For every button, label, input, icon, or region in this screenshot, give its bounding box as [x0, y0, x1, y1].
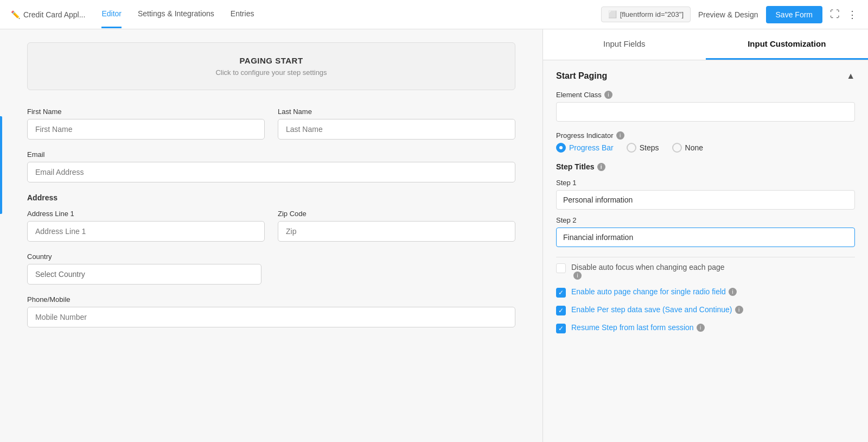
step-titles-label: Step Titles i: [556, 162, 855, 171]
expand-icon[interactable]: ⛶: [830, 9, 840, 20]
right-content: Start Paging ▲ Element Class i Progress …: [543, 60, 868, 442]
phone-group: Phone/Mobile: [27, 295, 515, 327]
step-titles-info-icon[interactable]: i: [597, 163, 605, 171]
more-options-icon[interactable]: ⋮: [847, 9, 857, 21]
main-layout: PAGING START Click to configure your ste…: [0, 29, 868, 442]
zip-group: Zip Code: [278, 210, 515, 242]
radio-progress-bar[interactable]: Progress Bar: [556, 143, 614, 153]
progress-indicator-radio-group: Progress Bar Steps None: [556, 143, 855, 153]
left-panel: PAGING START Click to configure your ste…: [0, 29, 542, 442]
disable-autofocus-info-icon[interactable]: i: [573, 271, 582, 280]
tab-editor[interactable]: Editor: [101, 1, 122, 28]
shortcode-icon: ⬜: [608, 10, 617, 18]
email-group: Email: [27, 150, 515, 182]
radio-progress-bar-circle: [556, 143, 566, 153]
preview-design-button[interactable]: Preview & Design: [698, 10, 758, 19]
progress-indicator-info-icon[interactable]: i: [616, 131, 624, 140]
address-row: Address Line 1 Zip Code: [27, 210, 515, 242]
country-group: Country Select Country: [27, 252, 261, 285]
enable-per-step-option[interactable]: Enable Per step data save (Save and Cont…: [556, 305, 855, 315]
enable-auto-page-checkbox[interactable]: [556, 288, 566, 298]
left-blue-bar: [0, 116, 2, 214]
radio-progress-bar-label: Progress Bar: [569, 143, 614, 152]
address-line1-group: Address Line 1: [27, 210, 265, 242]
email-input[interactable]: [27, 162, 515, 182]
tab-input-fields[interactable]: Input Fields: [543, 29, 706, 60]
top-nav: ✏️ Credit Card Appl... Editor Settings &…: [0, 0, 868, 29]
form-title-text: Credit Card Appl...: [23, 10, 85, 19]
right-panel: Input Fields Input Customization Start P…: [542, 29, 868, 442]
resume-step-option[interactable]: Resume Step from last form session i: [556, 323, 855, 333]
tab-input-customization[interactable]: Input Customization: [706, 29, 869, 60]
zip-input[interactable]: [278, 221, 515, 242]
tab-entries[interactable]: Entries: [231, 1, 254, 28]
enable-per-step-info-icon[interactable]: i: [735, 306, 743, 314]
radio-none-circle: [672, 143, 682, 153]
shortcode-box[interactable]: ⬜ [fluentform id="203"]: [601, 7, 691, 22]
enable-per-step-checkbox[interactable]: [556, 306, 566, 315]
disable-autofocus-checkbox[interactable]: [556, 263, 566, 273]
last-name-label: Last Name: [278, 108, 515, 116]
last-name-input[interactable]: [278, 119, 515, 140]
radio-steps-circle: [627, 143, 636, 153]
step2-input[interactable]: [556, 228, 855, 247]
start-paging-title: Start Paging: [556, 71, 607, 81]
divider: [556, 257, 855, 257]
phone-label: Phone/Mobile: [27, 295, 515, 304]
disable-autofocus-option[interactable]: Disable auto focus when changing each pa…: [556, 263, 855, 280]
country-select[interactable]: Select Country: [27, 264, 261, 285]
paging-start-box[interactable]: PAGING START Click to configure your ste…: [27, 42, 515, 90]
name-row: First Name Last Name: [27, 108, 515, 140]
nav-right: ⬜ [fluentform id="203"] Preview & Design…: [601, 6, 857, 23]
address-line1-input[interactable]: [27, 221, 265, 242]
resume-step-info-icon[interactable]: i: [697, 324, 705, 332]
nav-left: ✏️ Credit Card Appl... Editor Settings &…: [11, 1, 254, 28]
tab-settings[interactable]: Settings & Integrations: [138, 1, 214, 28]
enable-per-step-label: Enable Per step data save (Save and Cont…: [571, 305, 743, 314]
edit-icon: ✏️: [11, 10, 20, 19]
radio-none-label: None: [685, 143, 703, 152]
right-tabs: Input Fields Input Customization: [543, 29, 868, 60]
progress-indicator-label: Progress Indicator i: [556, 131, 855, 140]
radio-steps[interactable]: Steps: [627, 143, 659, 153]
radio-none[interactable]: None: [672, 143, 703, 153]
last-name-group: Last Name: [278, 108, 515, 140]
form-title: ✏️ Credit Card Appl...: [11, 10, 85, 19]
step2-label: Step 2: [556, 216, 855, 224]
first-name-group: First Name: [27, 108, 265, 140]
element-class-label: Element Class i: [556, 91, 855, 99]
email-row: Email: [27, 150, 515, 182]
country-row: Country Select Country: [27, 252, 515, 285]
resume-step-label: Resume Step from last form session i: [571, 323, 705, 332]
zip-label: Zip Code: [278, 210, 515, 218]
step1-input[interactable]: [556, 190, 855, 210]
element-class-input[interactable]: [556, 102, 855, 122]
address-line1-label: Address Line 1: [27, 210, 265, 218]
first-name-label: First Name: [27, 108, 265, 116]
start-paging-header: Start Paging ▲: [556, 71, 855, 81]
step1-label: Step 1: [556, 179, 855, 187]
progress-indicator-group: Progress Indicator i Progress Bar Steps …: [556, 131, 855, 153]
enable-auto-page-info-icon[interactable]: i: [729, 288, 737, 296]
phone-input[interactable]: [27, 307, 515, 327]
enable-auto-page-option[interactable]: Enable auto page change for single radio…: [556, 287, 855, 298]
paging-start-title: PAGING START: [41, 56, 502, 65]
first-name-input[interactable]: [27, 119, 265, 140]
paging-start-sub: Click to configure your step settings: [41, 68, 502, 77]
resume-step-checkbox[interactable]: [556, 324, 566, 333]
phone-row: Phone/Mobile: [27, 295, 515, 327]
save-form-button[interactable]: Save Form: [766, 6, 822, 23]
country-label: Country: [27, 252, 261, 261]
element-class-info-icon[interactable]: i: [604, 91, 612, 99]
element-class-group: Element Class i: [556, 91, 855, 122]
step-titles-group: Step Titles i Step 1 Step 2: [556, 162, 855, 247]
shortcode-text: [fluentform id="203"]: [620, 10, 684, 18]
enable-auto-page-label: Enable auto page change for single radio…: [571, 287, 737, 296]
collapse-icon[interactable]: ▲: [846, 71, 855, 81]
address-section-label: Address: [27, 193, 515, 202]
radio-steps-label: Steps: [640, 143, 659, 152]
email-label: Email: [27, 150, 515, 159]
disable-autofocus-label: Disable auto focus when changing each pa…: [571, 263, 725, 280]
